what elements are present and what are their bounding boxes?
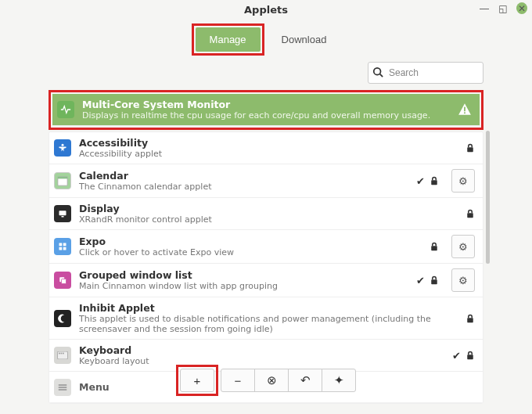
list-item-text: Grouped window list Main Cinnamon window… <box>79 269 408 291</box>
scrollbar[interactable] <box>486 131 490 264</box>
warning-icon <box>458 103 472 117</box>
applet-list: Accessibility Accessibility applet Calen… <box>49 131 483 404</box>
action-toolbar: + − ⊗ ↶ ✦ <box>49 365 483 396</box>
minus-icon: − <box>235 374 242 387</box>
svg-point-4 <box>62 144 64 146</box>
svg-rect-24 <box>63 353 64 355</box>
remove-button[interactable]: − <box>221 369 255 392</box>
svg-rect-14 <box>59 247 63 250</box>
list-item-title: Expo <box>79 236 422 247</box>
list-item[interactable]: Multi-Core System Monitor Displays in re… <box>52 94 480 126</box>
list-item-text: Calendar The Cinnamon calendar applet <box>79 170 408 192</box>
list-item-title: Grouped window list <box>79 269 408 281</box>
list-item-subtitle: Displays in realtime the cpu usage for e… <box>82 110 450 121</box>
list-item-subtitle: This applet is used to disable notificat… <box>79 314 458 334</box>
svg-rect-7 <box>58 177 67 179</box>
settings-button[interactable]: ⚙ <box>451 235 475 258</box>
list-item-title: Calendar <box>79 170 408 182</box>
system-monitor-icon <box>57 101 74 118</box>
lock-icon <box>430 176 439 185</box>
search-input[interactable] <box>368 62 483 84</box>
list-item-text: Inhibit Applet This applet is used to di… <box>79 302 458 334</box>
svg-rect-11 <box>467 213 473 218</box>
extra-button[interactable]: ✦ <box>322 369 356 392</box>
gear-icon: ⚙ <box>458 241 468 253</box>
list-item[interactable]: Calendar The Cinnamon calendar applet ✔ … <box>49 164 483 198</box>
search-icon <box>372 67 383 77</box>
svg-rect-15 <box>63 247 66 250</box>
settings-button[interactable]: ⚙ <box>451 169 475 193</box>
lock-icon <box>466 314 475 323</box>
cancel-icon: ⊗ <box>267 373 277 387</box>
tab-download[interactable]: Download <box>268 23 341 56</box>
list-item-title: Accessibility <box>79 137 458 149</box>
add-button[interactable]: + <box>180 369 214 392</box>
check-icon: ✔ <box>416 275 425 286</box>
tab-bar: Manage Download <box>0 19 532 62</box>
maximize-button[interactable]: ◱ <box>498 3 509 14</box>
svg-rect-16 <box>431 246 437 250</box>
plus-icon: + <box>194 374 201 387</box>
annotation-highlight: + <box>176 365 218 396</box>
svg-rect-25 <box>467 355 473 359</box>
lock-icon <box>466 209 475 218</box>
lock-icon <box>430 242 439 251</box>
window-title: Applets <box>244 4 288 16</box>
star-icon: ✦ <box>334 373 344 387</box>
cancel-button[interactable]: ⊗ <box>254 369 289 392</box>
list-item-subtitle: XRandR monitor control applet <box>79 214 458 225</box>
lock-icon <box>430 275 439 285</box>
list-item-title: Multi-Core System Monitor <box>82 99 450 110</box>
inhibit-icon <box>54 310 71 327</box>
list-item-subtitle: Click or hover to activate Expo view <box>79 247 422 257</box>
grouped-window-list-icon <box>54 272 71 289</box>
svg-rect-12 <box>59 243 63 247</box>
list-item-text: Display XRandR monitor control applet <box>79 203 458 225</box>
svg-rect-23 <box>61 353 63 355</box>
list-item-title: Inhibit Applet <box>79 302 458 314</box>
list-item[interactable]: Accessibility Accessibility applet <box>49 132 483 164</box>
svg-rect-19 <box>431 279 437 284</box>
svg-line-1 <box>380 74 383 77</box>
svg-rect-18 <box>62 279 66 284</box>
list-item-subtitle: The Cinnamon calendar applet <box>79 182 408 192</box>
gear-icon: ⚙ <box>458 275 468 286</box>
svg-rect-9 <box>59 211 66 215</box>
svg-rect-5 <box>467 147 473 152</box>
reset-button[interactable]: ↶ <box>288 369 322 392</box>
list-item-title: Keyboard <box>79 344 444 356</box>
gear-icon: ⚙ <box>458 175 468 187</box>
list-item[interactable]: Display XRandR monitor control applet <box>49 198 483 230</box>
list-item-text: Expo Click or hover to activate Expo vie… <box>79 236 422 257</box>
list-item-title: Display <box>79 203 458 214</box>
keyboard-icon <box>54 347 71 364</box>
expo-icon <box>54 238 71 255</box>
window-controls: ― ◱ ✕ <box>479 2 527 14</box>
svg-rect-8 <box>431 180 437 185</box>
svg-rect-13 <box>63 243 66 247</box>
titlebar: Applets ― ◱ ✕ <box>0 0 532 19</box>
list-item[interactable]: Inhibit Applet This applet is used to di… <box>49 297 483 340</box>
list-item[interactable]: Expo Click or hover to activate Expo vie… <box>49 230 483 264</box>
svg-rect-2 <box>464 107 466 112</box>
svg-rect-22 <box>59 353 60 355</box>
minimize-button[interactable]: ― <box>479 3 490 14</box>
list-item[interactable]: Grouped window list Main Cinnamon window… <box>49 264 483 297</box>
accessibility-icon <box>54 139 71 157</box>
search-field-wrap <box>368 62 483 84</box>
undo-icon: ↶ <box>300 373 311 387</box>
check-icon: ✔ <box>416 175 425 187</box>
settings-button[interactable]: ⚙ <box>451 268 475 292</box>
svg-rect-20 <box>467 318 473 322</box>
list-item-subtitle: Main Cinnamon window list with app group… <box>79 281 408 291</box>
calendar-icon <box>54 172 71 189</box>
list-item-text: Multi-Core System Monitor Displays in re… <box>82 99 450 121</box>
lock-icon <box>466 143 475 153</box>
svg-point-0 <box>374 68 381 75</box>
tab-manage[interactable]: Manage <box>196 27 261 52</box>
list-item-subtitle: Accessibility applet <box>79 149 458 159</box>
annotation-highlight: Manage <box>192 23 264 56</box>
lock-icon <box>466 351 475 360</box>
svg-rect-3 <box>464 112 466 113</box>
close-button[interactable]: ✕ <box>516 2 527 14</box>
